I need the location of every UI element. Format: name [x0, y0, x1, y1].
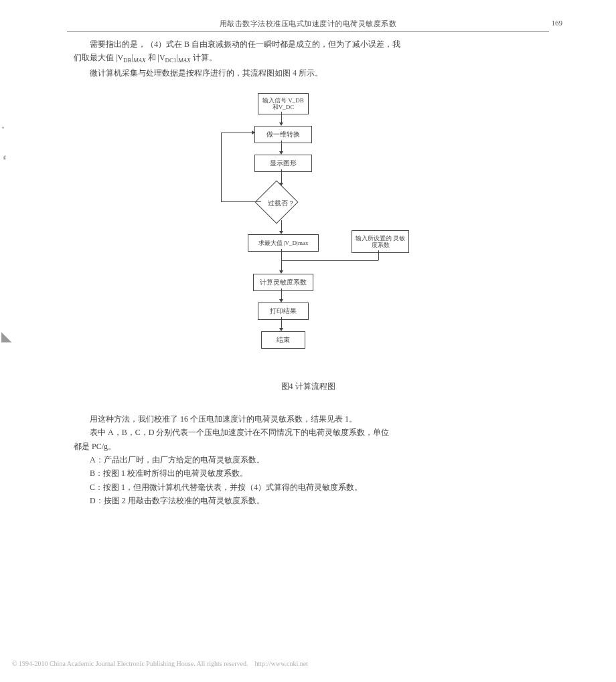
flow-arrow	[221, 133, 222, 201]
flowchart-diagram: 输入信号 V_DB和V_DC 做一维转换 显示图形 过载否？ 求最大值 |V_D…	[194, 93, 422, 374]
flow-node-print: 打印结果	[258, 303, 309, 320]
flow-node-calc: 计算灵敏度系数	[253, 274, 313, 291]
page: 用敲击数字法校准压电式加速度计的电荷灵敏度系数 169 需要指出的是，（4）式在…	[0, 0, 616, 682]
flow-arrow	[281, 169, 282, 184]
paragraph-C: C：按图 1，但用微计算机代替毫伏表，并按（4）式算得的电荷灵敏度系数。	[74, 481, 542, 494]
paragraph-A: A：产品出厂时，由厂方给定的电荷灵敏度系数。	[74, 453, 542, 466]
scan-artifact: ◣	[1, 328, 11, 344]
scan-artifact: ⸲	[1, 147, 8, 163]
flow-node-max: 求最大值 |V_D|max	[248, 234, 319, 252]
paragraph-D: D：按图 2 用敲击数字法校准的电荷灵敏度系数。	[74, 494, 542, 507]
flow-node-convert: 做一维转换	[254, 126, 312, 143]
page-number: 169	[552, 19, 563, 27]
flow-decision-label: 过载否？	[254, 197, 308, 209]
flow-arrow	[221, 201, 261, 202]
footer-url: http://www.cnki.net	[255, 660, 308, 667]
paragraph-2: 微计算机采集与处理数据是按程序进行的，其流程图如图 4 所示。	[74, 66, 542, 80]
flow-arrow	[378, 250, 379, 260]
flow-node-end: 结束	[261, 331, 305, 349]
arrowhead-icon	[252, 131, 255, 135]
paragraph-4a: 表中 A，B，C，D 分别代表一个压电加速度计在不同情况下的电荷灵敏度系数，单位	[74, 426, 542, 439]
flow-node-side-input: 输入所设置的 灵敏度系数	[352, 230, 409, 253]
paragraph-B: B：按图 1 校准时所得出的电荷灵敏度系数。	[74, 466, 542, 480]
paragraph-1b: 们取最大值 |VDB|MAX 和 |VDC1|MAX 计算。	[74, 51, 542, 66]
header-title: 用敲击数字法校准压电式加速度计的电荷灵敏度系数	[67, 19, 549, 29]
figure-caption: 图4 计算流程图	[74, 379, 542, 393]
page-header: 用敲击数字法校准压电式加速度计的电荷灵敏度系数 169	[67, 0, 549, 32]
paragraph-4b: 都是 PC/g。	[74, 440, 542, 453]
flow-node-input: 输入信号 V_DB和V_DC	[258, 93, 309, 114]
paragraph-3: 用这种方法，我们校准了 16 个压电加速度计的电荷灵敏系数，结果见表 1。	[74, 412, 542, 426]
footer-copyright: © 1994-2010 China Academic Journal Elect…	[12, 660, 308, 667]
flow-arrow	[281, 260, 378, 261]
scan-artifact: ·	[1, 120, 5, 136]
paragraph-1: 需要指出的是，（4）式在 B 自由衰减振动的任一瞬时都是成立的，但为了减小误差，…	[74, 37, 542, 51]
flow-node-display: 显示图形	[254, 155, 312, 172]
body-text: 需要指出的是，（4）式在 B 自由衰减振动的任一瞬时都是成立的，但为了减小误差，…	[74, 37, 542, 508]
flow-arrow	[221, 133, 254, 133]
